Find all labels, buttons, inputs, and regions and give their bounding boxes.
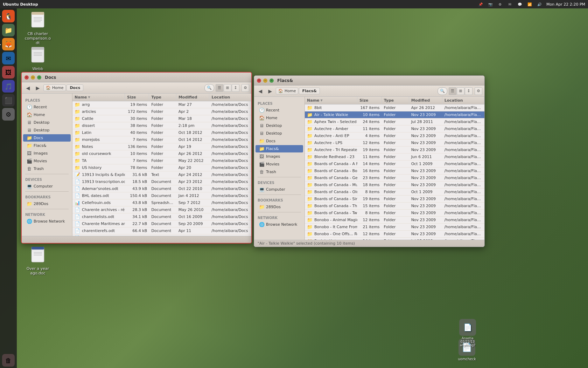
table-row[interactable]: 📁 Bonobo - It Came From the Sea 21 items… xyxy=(305,224,484,231)
table-row[interactable]: 📁 Aphex Twin - Selected Ambient Works Vo… xyxy=(305,118,484,125)
chat-icon[interactable]: 💬 xyxy=(517,1,523,7)
flacs-maximize-button[interactable]: + xyxy=(270,79,274,83)
docs-current-breadcrumb[interactable]: Docs xyxy=(66,84,83,91)
flacs-sidebar-computer[interactable]: 💻 Computer xyxy=(255,186,303,193)
table-row[interactable]: 📁 Bonobo - One Offs... Remixes & B Sides… xyxy=(305,231,484,238)
flacs-minimize-button[interactable]: − xyxy=(263,79,267,83)
flacs-forward-button[interactable]: ▶ xyxy=(266,87,274,95)
docs-col-location[interactable]: Location xyxy=(209,94,251,101)
pin-icon[interactable]: 📌 xyxy=(478,1,483,7)
table-row[interactable]: 📄 13913 transcription.odt 18.5 kB Docume… xyxy=(72,178,251,185)
docs-sort-button[interactable]: ↕ xyxy=(232,84,239,92)
flacs-col-size[interactable]: Size xyxy=(357,97,382,104)
table-row[interactable]: 📁 Boards of Canada - Old Tunes 2 8 items… xyxy=(305,189,484,196)
flacs-sidebar-desktop[interactable]: 🖥 Desktop xyxy=(255,122,303,129)
docs-sidebar-browse-network[interactable]: 🌐 Browse Network xyxy=(23,218,71,225)
table-row[interactable]: 📄 Ademar'snotes.odt 43.9 kB Document Oct… xyxy=(72,185,251,192)
dock-settings[interactable]: ⚙ xyxy=(2,108,15,121)
table-row[interactable]: 📄 Charente archives - répertoire numériq… xyxy=(72,206,251,213)
table-row[interactable]: 📁 Cattle 30 items Folder Mar 18 /home/ai… xyxy=(72,115,251,122)
desktop-item-webb-chapter[interactable]: Webb Chapter.pdf xyxy=(24,46,52,76)
table-row[interactable]: 📄 charentierefs.odt 66.4 kB Document Apr… xyxy=(72,227,251,234)
docs-sidebar-home[interactable]: 🏠 Home xyxy=(23,111,71,118)
docs-sidebar-desktop[interactable]: 🖥 Desktop xyxy=(23,119,71,126)
table-row[interactable]: 📁 Boards of Canada - The Campfire Headph… xyxy=(305,203,484,210)
signal-icon[interactable]: 📶 xyxy=(527,1,532,7)
dock-trash[interactable]: 🗑 xyxy=(2,354,15,367)
docs-maximize-button[interactable]: + xyxy=(37,75,41,80)
dock-banshee[interactable]: 🎵 xyxy=(2,80,15,93)
table-row[interactable]: 📁 Blonde Redhead - 23 11 items Folder Ju… xyxy=(305,154,484,161)
table-row[interactable]: 📁 Notes 136 items Folder Apr 19 /home/ai… xyxy=(72,143,251,150)
flacs-sidebar-289dos[interactable]: 📁 289Dos xyxy=(255,203,303,211)
flacs-sidebar-movies[interactable]: 🎬 Movies xyxy=(255,161,303,168)
docs-sidebar-computer[interactable]: 💻 Computer xyxy=(23,183,71,190)
volume-icon[interactable]: 🔊 xyxy=(537,1,542,7)
docs-search-button[interactable]: 🔍 xyxy=(204,84,214,92)
flacs-sidebar-flacs[interactable]: 📁 Flacs& xyxy=(255,145,303,152)
table-row[interactable]: 📁 Boards of Canada - Geogaddi 23 items F… xyxy=(305,175,484,182)
gear-icon[interactable]: ⚙ xyxy=(497,1,503,7)
flacs-search-button[interactable]: 🔍 xyxy=(438,87,447,95)
table-row[interactable]: 📁 Autechre - Amber 11 items Folder Nov 2… xyxy=(305,125,484,132)
table-row[interactable]: 📁 Autechre - Anti EP 4 items Folder Nov … xyxy=(305,132,484,139)
dock-files[interactable]: 📁 xyxy=(2,24,15,36)
flacs-col-modified[interactable]: Modified xyxy=(409,97,442,104)
table-row[interactable]: 📁 morejobs 7 items Folder Oct 14 2012 /h… xyxy=(72,136,251,143)
docs-close-button[interactable]: × xyxy=(24,75,29,80)
docs-sidebar-desktop2[interactable]: 🖥 Desktop xyxy=(23,127,71,134)
docs-col-modified[interactable]: Modified xyxy=(176,94,209,101)
flacs-col-type[interactable]: Type xyxy=(382,97,409,104)
docs-col-name[interactable]: Name ▼ xyxy=(72,94,125,101)
desktop-item-over-a-year[interactable]: Over a year ago.doc xyxy=(24,245,52,275)
dock-firefox[interactable]: 🦊 xyxy=(2,38,15,50)
docs-sidebar-289dos[interactable]: 📁 289Dos xyxy=(23,200,71,207)
docs-back-button[interactable]: ◀ xyxy=(24,84,32,92)
flacs-grid-view-button[interactable]: ⊞ xyxy=(457,87,464,95)
table-row[interactable]: 📁 Autechre - LPS 12 items Folder Nov 23 … xyxy=(305,139,484,146)
docs-sidebar-trash[interactable]: 🗑 Trash xyxy=(23,165,71,172)
docs-sidebar-docs[interactable]: 📁 Docs xyxy=(23,134,71,142)
table-row[interactable]: 📁 Boards of Canada - A Few Old Tunes 14 … xyxy=(305,161,484,168)
table-row[interactable]: 📁 8bit 167 items Folder Apr 26 2012 /hom… xyxy=(305,104,484,111)
flacs-sidebar-recent[interactable]: 🕐 Recent xyxy=(255,107,303,114)
table-row[interactable]: 📄 BHL dates.odt 150.4 kB Document Jan 4 … xyxy=(72,192,251,199)
camera-icon[interactable]: 📷 xyxy=(488,1,493,7)
table-row[interactable]: 📁 Latin 40 items Folder Oct 18 2012 /hom… xyxy=(72,129,251,136)
table-row[interactable]: 📁 Boards of Canada - Music Has the Right… xyxy=(305,182,484,189)
table-row[interactable]: 📄 charentelists.odt 34.1 kB Document Oct… xyxy=(72,213,251,220)
flacs-sidebar-home[interactable]: 🏠 Home xyxy=(255,114,303,122)
table-row[interactable]: 📁 US history 78 items Folder Apr 20 /hom… xyxy=(72,164,251,171)
dock-ubuntu[interactable]: 🐧 xyxy=(2,10,15,22)
docs-settings-button[interactable]: ⚙ xyxy=(241,84,249,92)
table-row[interactable]: 📁 dissert 38 items Folder 2:18 pm /home/… xyxy=(72,122,251,129)
table-row[interactable]: 📄 Charente Maritimes archives - inventai… xyxy=(72,220,251,227)
docs-sidebar-flacs[interactable]: 📁 Flacs& xyxy=(23,142,71,149)
table-row[interactable]: 📁 articles 172 items Folder Apr 2 /home/… xyxy=(72,108,251,115)
flacs-col-name[interactable]: Name ▼ xyxy=(305,97,357,104)
flacs-sidebar-images[interactable]: 🖼 Images xyxy=(255,153,303,160)
table-row[interactable]: 📁 arrg 19 items Folder Mar 27 /home/aiba… xyxy=(72,101,251,108)
docs-sidebar-images[interactable]: 🖼 Images xyxy=(23,150,71,157)
flacs-sort-button[interactable]: ↕ xyxy=(465,87,472,95)
docs-col-size[interactable]: Size xyxy=(125,94,149,101)
docs-col-type[interactable]: Type xyxy=(149,94,176,101)
flacs-settings-button[interactable]: ⚙ xyxy=(475,87,482,95)
mail-icon[interactable]: ✉ xyxy=(507,1,513,7)
flacs-list-view-button[interactable]: ☰ xyxy=(449,87,456,95)
docs-minimize-button[interactable]: − xyxy=(31,75,35,80)
table-row[interactable]: 📁 Autechre - Tri Repeatee++ 19 items Fol… xyxy=(305,146,484,154)
table-row[interactable]: 📊 Cellefrouin.ods 43.8 kB Spreadsheet Se… xyxy=(72,199,251,206)
flacs-sidebar-browse-network[interactable]: 🌐 Browse Network xyxy=(255,221,303,228)
flacs-sidebar-docs[interactable]: 📁 Docs xyxy=(255,137,303,145)
docs-home-breadcrumb[interactable]: 🏠 Home xyxy=(43,84,66,91)
docs-sidebar-movies[interactable]: 🎬 Movies xyxy=(23,157,71,165)
table-row[interactable]: 📁 Boards of Canada - Boc Maxima 16 items… xyxy=(305,168,484,175)
table-row[interactable]: 📁 Bonobo - Animal Magic 12 items Folder … xyxy=(305,217,484,224)
flacs-sidebar-desktop2[interactable]: 🖥 Desktop xyxy=(255,130,303,137)
docs-list-view-button[interactable]: ☰ xyxy=(216,84,223,92)
flacs-col-location[interactable]: Location xyxy=(442,97,484,104)
docs-grid-view-button[interactable]: ⊞ xyxy=(224,84,231,92)
dock-terminal[interactable]: ⬛ xyxy=(2,94,15,107)
dock-shotwell[interactable]: 🖼 xyxy=(2,66,15,79)
